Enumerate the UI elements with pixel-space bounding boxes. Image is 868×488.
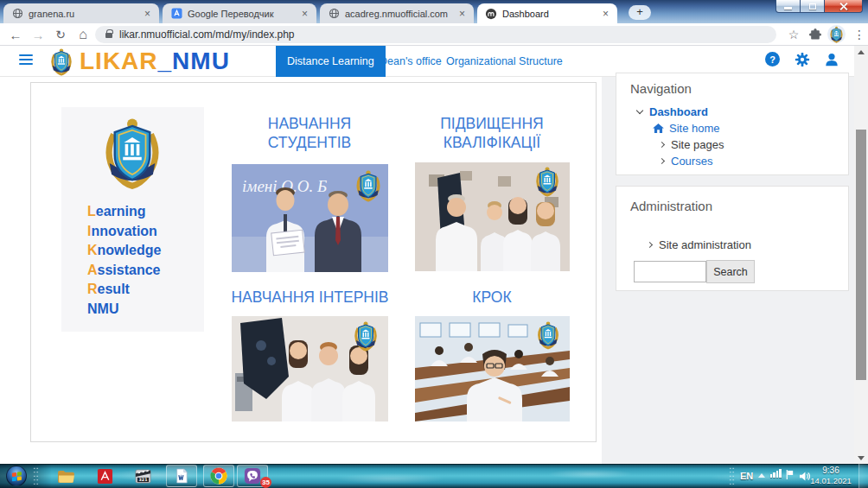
acronym-line: NMU [87,300,161,320]
logo-secondary: _NMU [158,48,230,74]
tab-close-icon[interactable]: × [599,7,612,20]
tab-close-icon[interactable]: × [298,7,311,20]
moodle-favicon-icon [485,8,497,20]
tab-acadreg[interactable]: acadreg.nmuofficial.com × [320,3,474,23]
chevron-right-icon[interactable] [659,142,665,148]
tab-dashboard-active[interactable]: Dashboard × [477,3,617,23]
back-button[interactable]: ← [5,24,26,45]
sidebar-navigation-card: Navigation Dashboard Site home Site page… [616,73,849,175]
settings-gear-icon[interactable] [795,52,810,71]
tray-network-icon[interactable] [770,469,782,478]
nav-item-site-pages[interactable]: Site pages [660,138,724,151]
tab-close-icon[interactable]: × [456,7,469,20]
clock-time: 9:36 [807,466,854,476]
bookmark-star-icon[interactable]: ☆ [783,24,804,45]
new-tab-button[interactable]: + [629,5,651,20]
administration-title: Administration [630,199,712,213]
chevron-down-icon[interactable] [636,107,643,114]
scrollbar-thumb[interactable] [856,130,866,380]
home-button[interactable]: ⌂ [73,24,93,45]
window-controls [775,0,863,14]
site-logo-emblem[interactable] [49,48,73,79]
nav-item-site-home[interactable]: Site home [653,122,720,135]
acronym-line: Innovation [87,222,161,242]
close-button[interactable] [825,0,863,13]
main-card: Learning Innovation Knowledge Assistance… [30,82,597,442]
taskbar-mpc-icon[interactable]: 321 [132,466,153,486]
nav-item-courses[interactable]: Courses [660,155,712,168]
user-icon[interactable] [824,52,839,71]
restore-button[interactable] [801,0,825,13]
extensions-icon[interactable] [805,24,826,45]
tile-title-students[interactable]: НАВЧАННЯ СТУДЕНТІВ [236,114,383,152]
tab-label: Google Переводчик [188,9,295,19]
tray-grip [729,466,735,485]
taskbar-viber-icon[interactable]: 35 [237,465,268,487]
nav-item-dashboard[interactable]: Dashboard [637,105,708,118]
acronym-line: Assistance [87,261,161,281]
desktop-screen: granena.ru × Google Переводчик × acadreg… [0,0,868,488]
nav-distance-learning[interactable]: Distance Learning [276,46,386,77]
tile-photo-krok[interactable] [415,316,570,421]
start-button[interactable] [6,466,27,486]
chevron-right-icon[interactable] [647,242,653,248]
admin-search-button[interactable]: Search [706,260,755,283]
tray-hidden-icons[interactable] [758,473,765,478]
minimize-button[interactable] [775,0,801,13]
tray-language[interactable]: EN [740,471,753,481]
show-desktop-button[interactable] [858,464,868,488]
taskbar-chrome-icon[interactable] [203,465,234,487]
taskbar [0,464,868,488]
admin-item-site-administration[interactable]: Site administration [648,238,751,251]
acronym-line: Knowledge [87,241,161,261]
tile-title-interns[interactable]: НАВЧАННЯ ІНТЕРНІВ [213,288,407,307]
tile-title-qualification[interactable]: ПІДВИЩЕННЯ КВАЛІФІКАЦІЇ [418,114,565,152]
url-text: likar.nmuofficial.com/md/my/index.php [119,29,295,41]
nav-org-structure[interactable]: Organizational Structure [443,46,566,77]
globe-favicon-icon [11,8,23,20]
menu-toggle-button[interactable] [19,54,33,65]
lock-icon [105,33,112,38]
browser-menu-icon[interactable]: ⋮ [849,24,868,45]
tile-photo-interns[interactable] [232,316,388,421]
tab-google-translate[interactable]: Google Переводчик × [163,3,316,23]
navigation-title: Navigation [630,81,692,96]
forward-button[interactable]: → [28,24,48,45]
taskbar-adobe-icon[interactable] [94,466,115,486]
logo-primary: LIKAR [80,48,158,74]
acronym-line: Result [87,280,161,300]
tile-photo-qualification[interactable] [415,162,570,271]
tab-label: acadreg.nmuofficial.com [345,9,452,19]
acronym-lines: Learning Innovation Knowledge Assistance… [87,202,161,319]
sidebar-admin-card: Administration Site administration Searc… [616,186,849,291]
taskbar-explorer-icon[interactable] [55,466,76,486]
admin-search-input[interactable] [634,261,706,282]
home-icon [653,124,664,133]
svg-text:321: 321 [138,478,147,482]
omnibox[interactable]: likar.nmuofficial.com/md/my/index.php [95,26,776,43]
scroll-down-icon[interactable] [854,452,868,464]
tab-close-icon[interactable]: × [141,7,154,20]
viber-badge: 35 [260,477,271,488]
tab-label: Dashboard [502,9,596,19]
tab-granena-ru[interactable]: granena.ru × [3,3,159,23]
acronym-line: Learning [87,202,161,222]
tile-photo-students[interactable]: імені О.О. Б [232,164,388,272]
tile-title-krok[interactable]: КРОК [418,288,565,307]
reload-button[interactable]: ↻ [50,24,71,45]
tray-action-center-icon[interactable] [785,468,795,484]
globe-favicon-icon [328,8,340,20]
nav-deans-office[interactable]: Dean's office [376,46,445,77]
taskbar-grip [33,466,39,485]
help-icon[interactable]: ? [765,52,780,67]
chevron-right-icon[interactable] [659,158,665,164]
tab-label: granena.ru [29,9,137,19]
site-logo-text[interactable]: LIKAR_NMU [80,47,230,76]
likar-acronym-block: Learning Innovation Knowledge Assistance… [61,107,204,332]
profile-avatar[interactable] [827,25,846,43]
taskbar-word-icon[interactable] [166,465,197,487]
tray-clock[interactable]: 9:36 14.01.2021 [807,466,854,487]
restore-icon [809,3,816,10]
scroll-up-icon[interactable] [854,46,868,58]
clock-date: 14.01.2021 [807,476,854,486]
